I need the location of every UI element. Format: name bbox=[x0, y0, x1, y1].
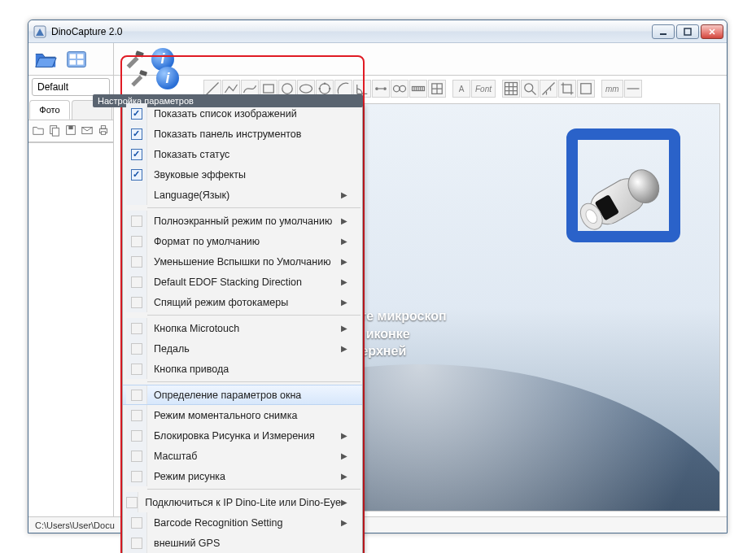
checkmark-icon bbox=[131, 169, 142, 181]
menu-item[interactable]: Кнопка Microtouch▶ bbox=[123, 318, 362, 338]
menu-item-label: Педаль bbox=[147, 343, 341, 355]
menu-item[interactable]: Режим моментального снимка bbox=[123, 405, 362, 425]
menu-check-column bbox=[126, 144, 147, 164]
svg-rect-7 bbox=[77, 59, 84, 64]
menu-item[interactable]: Полноэкранный режим по умолчанию▶ bbox=[123, 211, 362, 231]
menu-item[interactable]: Определение параметров окна bbox=[123, 385, 362, 405]
mail-icon[interactable] bbox=[81, 124, 94, 138]
menu-check-column bbox=[126, 466, 147, 486]
menu-item[interactable]: Блокировка Рисунка и Измерения▶ bbox=[123, 425, 362, 446]
copy-icon[interactable] bbox=[48, 124, 61, 138]
open-icon[interactable] bbox=[32, 124, 45, 138]
menu-item-label: Кнопка Microtouch bbox=[147, 323, 341, 334]
checkmark-icon bbox=[131, 149, 142, 160]
checkbox-icon bbox=[131, 517, 142, 529]
tool-square-icon[interactable] bbox=[577, 80, 595, 98]
menu-item[interactable]: внешний GPS bbox=[123, 533, 362, 553]
menu-item-label: Уменьшение Вспышки по Умолчанию bbox=[147, 256, 341, 268]
svg-rect-29 bbox=[505, 83, 518, 95]
tool-ruler-icon[interactable] bbox=[409, 80, 427, 98]
settings-menu[interactable]: Показать список изображенийПоказать пане… bbox=[122, 102, 363, 553]
menu-item-label: Спящий режим фотокамеры bbox=[147, 297, 341, 308]
menu-item-label: Масштаб bbox=[147, 451, 341, 462]
minimize-button[interactable] bbox=[652, 24, 675, 39]
menu-item[interactable]: Показать панель инструментов bbox=[123, 124, 362, 144]
thumbnail-icon[interactable] bbox=[64, 47, 89, 72]
menu-item[interactable]: Barcode Recognition Setting▶ bbox=[123, 512, 362, 533]
menu-item[interactable]: Уменьшение Вспышки по Умолчанию▶ bbox=[123, 251, 362, 272]
settings-hammer-icon-menu[interactable] bbox=[127, 67, 150, 89]
svg-rect-37 bbox=[139, 70, 147, 76]
menu-item[interactable]: Default EDOF Stacking Direction▶ bbox=[123, 272, 362, 292]
svg-rect-9 bbox=[52, 128, 59, 136]
checkbox-icon bbox=[131, 390, 142, 401]
menu-item[interactable]: Кнопка привода bbox=[123, 359, 362, 379]
close-button[interactable] bbox=[701, 24, 723, 39]
tool-zoom-icon[interactable] bbox=[521, 80, 539, 98]
menu-item[interactable]: Language(Язык)▶ bbox=[123, 185, 362, 205]
menu-item[interactable]: Звуковые эффекты bbox=[123, 164, 362, 185]
submenu-arrow-icon: ▶ bbox=[341, 344, 347, 353]
menu-item-label: Звуковые эффекты bbox=[147, 169, 347, 181]
tool-units-button[interactable]: mm bbox=[601, 80, 623, 98]
svg-rect-4 bbox=[70, 54, 76, 59]
settings-menu-highlight: i Настройка параметров Показать список и… bbox=[120, 55, 365, 553]
checkbox-icon bbox=[131, 364, 142, 375]
submenu-arrow-icon: ▶ bbox=[341, 451, 347, 460]
checkbox-icon bbox=[131, 538, 142, 549]
menu-check-column bbox=[126, 318, 147, 338]
submenu-arrow-icon: ▶ bbox=[341, 431, 347, 440]
info-icon-menu[interactable]: i bbox=[156, 67, 179, 89]
thumbnail-list[interactable] bbox=[28, 142, 113, 516]
submenu-arrow-icon: ▶ bbox=[341, 472, 347, 481]
tool-font-button[interactable]: Font bbox=[471, 80, 496, 98]
svg-rect-31 bbox=[581, 84, 592, 94]
menu-item-label: Режим рисунка bbox=[147, 471, 341, 482]
menu-check-column bbox=[126, 359, 147, 379]
save-icon[interactable] bbox=[64, 124, 77, 138]
maximize-button[interactable] bbox=[676, 24, 699, 39]
tool-crop-icon[interactable] bbox=[558, 80, 576, 98]
tab-photo[interactable]: Фото bbox=[29, 100, 70, 120]
tool-grid-icon[interactable] bbox=[428, 80, 446, 98]
menu-item[interactable]: Режим рисунка▶ bbox=[123, 466, 362, 486]
tool-more-icon[interactable] bbox=[624, 80, 642, 98]
tool-text-icon[interactable]: A bbox=[452, 80, 470, 98]
menu-item-label: Блокировка Рисунка и Измерения bbox=[147, 430, 341, 442]
menu-item-label: Показать список изображений bbox=[147, 108, 347, 120]
checkbox-icon bbox=[131, 471, 142, 482]
tool-gridsnap-icon[interactable] bbox=[502, 80, 520, 98]
sidebar: Default Фото bbox=[28, 43, 114, 516]
print-icon[interactable] bbox=[97, 124, 110, 138]
tool-measure-icon[interactable] bbox=[540, 80, 557, 98]
submenu-arrow-icon: ▶ bbox=[341, 324, 347, 333]
tool-center-dist-icon[interactable] bbox=[391, 80, 409, 98]
menu-item[interactable]: Педаль▶ bbox=[123, 338, 362, 359]
checkbox-icon bbox=[131, 297, 142, 308]
menu-separator bbox=[147, 207, 361, 208]
checkbox-icon bbox=[131, 410, 142, 421]
folder-selector[interactable]: Default bbox=[32, 78, 110, 96]
menu-item-label: Определение параметров окна bbox=[147, 390, 347, 401]
menu-item[interactable]: Масштаб▶ bbox=[123, 446, 362, 466]
menu-item-label: Показать статус bbox=[147, 149, 347, 160]
tool-point-dist-icon[interactable] bbox=[372, 80, 390, 98]
open-folder-icon[interactable] bbox=[33, 47, 58, 72]
menu-check-column bbox=[126, 231, 147, 251]
titlebar[interactable]: DinoCapture 2.0 bbox=[28, 20, 727, 43]
checkbox-icon bbox=[131, 236, 142, 247]
checkbox-icon bbox=[131, 256, 142, 268]
menu-item[interactable]: Показать статус bbox=[123, 144, 362, 164]
svg-rect-5 bbox=[77, 54, 84, 59]
menu-item[interactable]: Подключиться к IP Dino-Lite или Dino-Eye… bbox=[123, 492, 362, 512]
checkbox-icon bbox=[131, 323, 142, 334]
menu-item-label: Barcode Recognition Setting bbox=[147, 517, 341, 529]
menu-check-column bbox=[126, 492, 138, 512]
menu-check-column bbox=[126, 164, 147, 185]
svg-rect-14 bbox=[101, 126, 105, 129]
checkbox-icon bbox=[131, 430, 142, 442]
menu-item[interactable]: Показать список изображений bbox=[123, 103, 362, 124]
menu-item-label: Подключиться к IP Dino-Lite или Dino-Eye bbox=[138, 497, 341, 508]
menu-item[interactable]: Формат по умолчанию▶ bbox=[123, 231, 362, 251]
menu-item[interactable]: Спящий режим фотокамеры▶ bbox=[123, 292, 362, 312]
